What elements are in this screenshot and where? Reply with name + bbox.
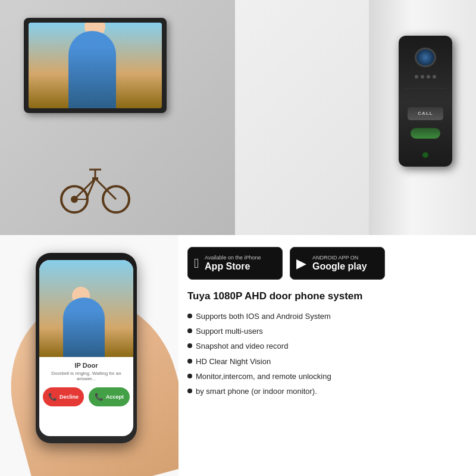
product-title: Tuya 1080P AHD door phone system <box>187 290 464 302</box>
phone-call-ui: IP Door Doorbell is ringing. Waiting for… <box>39 357 133 411</box>
ir-dot-2 <box>421 75 424 79</box>
phone-screen: IP Door Doorbell is ringing. Waiting for… <box>39 260 133 436</box>
svg-point-9 <box>71 196 78 203</box>
list-item: HD Clear Night Vision <box>187 356 464 367</box>
ir-dot-4 <box>433 75 436 79</box>
feature-text: HD Clear Night Vision <box>196 356 271 367</box>
svg-line-2 <box>74 178 95 199</box>
features-list: Supports both IOS and Android SystemSupp… <box>187 311 464 397</box>
caller-status: Doorbell is ringing. Waiting for an answ… <box>43 371 130 381</box>
accept-button[interactable]: 📞 Accept <box>89 387 130 406</box>
unlock-button-visual <box>411 128 440 139</box>
bullet-icon <box>187 343 192 348</box>
bicycle-decoration <box>60 158 131 217</box>
call-buttons: 📞 Decline 📞 Accept <box>43 387 130 406</box>
google-play-icon: ▶ <box>296 256 306 271</box>
google-play-badge[interactable]: ▶ ANDROID APP ON Google play <box>290 247 385 280</box>
accept-label: Accept <box>106 394 124 400</box>
bullet-icon <box>187 359 192 364</box>
ir-dot-3 <box>427 75 430 79</box>
svg-line-4 <box>86 178 95 199</box>
bullet-icon <box>187 389 192 393</box>
doorbell-unit: CALL <box>399 36 452 167</box>
app-store-big: App Store <box>205 261 261 272</box>
feature-text: Snapshot and video record <box>196 341 288 352</box>
list-item: Support multi-users <box>187 326 464 337</box>
monitor-unit <box>24 18 167 113</box>
list-item: Supports both IOS and Android System <box>187 311 464 322</box>
bicycle-svg <box>60 158 131 217</box>
ir-dot-1 <box>415 75 418 79</box>
call-button-visual: CALL <box>408 107 443 120</box>
apple-icon:  <box>194 256 199 271</box>
caller-name: IP Door <box>43 362 130 369</box>
bullet-icon <box>187 374 192 378</box>
camera-lens <box>415 48 436 67</box>
app-store-text: Available on the iPhone App Store <box>205 255 261 273</box>
decline-button[interactable]: 📞 Decline <box>43 387 84 406</box>
ir-dots <box>415 75 436 79</box>
phone-frame: IP Door Doorbell is ringing. Waiting for… <box>36 253 137 443</box>
monitor-screen <box>29 23 162 108</box>
top-section: CALL <box>0 0 476 235</box>
svg-line-3 <box>95 178 116 199</box>
person-silhouette <box>68 31 116 108</box>
list-item: Snapshot and video record <box>187 341 464 352</box>
app-store-small: Available on the iPhone <box>205 255 261 261</box>
list-item: by smart phone (or indoor monitor). <box>187 386 464 397</box>
info-section:  Available on the iPhone App Store ▶ AN… <box>178 235 476 476</box>
app-store-badge[interactable]:  Available on the iPhone App Store <box>187 247 283 280</box>
app-badges:  Available on the iPhone App Store ▶ AN… <box>187 247 464 280</box>
feature-text: Monitor,intercom, and remote unlocking <box>196 371 331 382</box>
doorbell-image: CALL <box>235 0 476 235</box>
google-play-small: ANDROID APP ON <box>312 255 367 261</box>
bottom-section: IP Door Doorbell is ringing. Waiting for… <box>0 235 476 476</box>
accept-icon: 📞 <box>95 393 104 401</box>
feature-text: by smart phone (or indoor monitor). <box>196 386 317 397</box>
decline-icon: 📞 <box>48 393 57 401</box>
call-label: CALL <box>418 111 433 116</box>
monitor-image <box>0 0 235 235</box>
list-item: Monitor,intercom, and remote unlocking <box>187 371 464 382</box>
page-container: CALL IP Door Doorbell is ringing. <box>0 0 476 476</box>
decline-label: Decline <box>60 394 79 400</box>
phone-video-area <box>39 260 133 357</box>
phone-person <box>63 298 105 357</box>
google-play-text: ANDROID APP ON Google play <box>312 255 367 273</box>
feature-text: Support multi-users <box>196 326 263 337</box>
google-play-big: Google play <box>312 261 367 272</box>
phone-section: IP Door Doorbell is ringing. Waiting for… <box>0 235 178 476</box>
bullet-icon <box>187 314 192 318</box>
status-led <box>422 152 428 158</box>
feature-text: Supports both IOS and Android System <box>196 311 331 322</box>
bullet-icon <box>187 328 192 333</box>
